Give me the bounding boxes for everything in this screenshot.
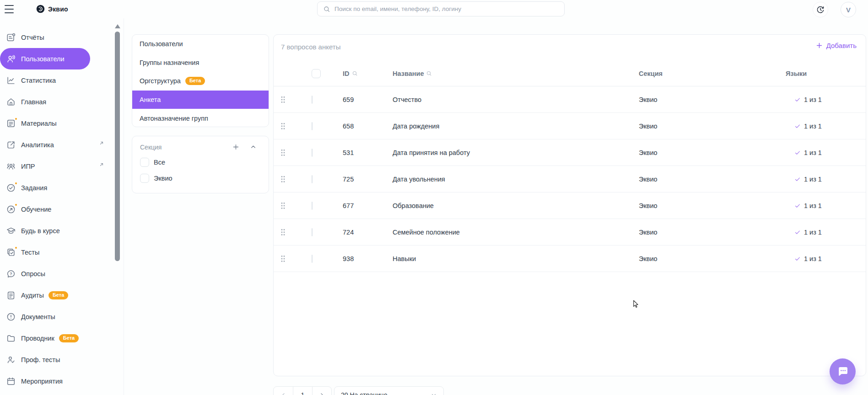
subnav-item[interactable]: Анкета [132,91,269,109]
equio-logo-icon [36,4,45,14]
row-id: 938 [343,255,354,262]
sidebar-item[interactable]: Будь в курсе [0,220,110,241]
table-row[interactable]: 531 Дата принятия на работу Эквио 1 из 1 [274,139,866,166]
table-row[interactable]: 659 Отчество Эквио 1 из 1 [274,86,866,113]
table-row[interactable]: 724 Семейное положение Эквио 1 из 1 [274,219,866,246]
sidebar-scrollbar [115,24,120,261]
table-row[interactable]: 677 Образование Эквио 1 из 1 [274,192,866,219]
sidebar-item-label: Пользователи [21,55,65,63]
column-header-name[interactable]: Название [393,70,432,77]
row-name: Семейное положение [393,229,460,236]
sidebar-item[interactable]: Обучение [0,198,110,220]
row-checkbox[interactable] [312,149,313,157]
row-id: 725 [343,176,354,183]
sidebar-item[interactable]: Проводник Бета [0,327,110,349]
filter-option: Эквио [132,174,269,183]
sidebar-item[interactable]: ? Опросы [0,263,110,284]
users-icon [6,54,16,64]
search-input[interactable] [334,5,559,12]
add-question-button[interactable]: Добавить [815,42,857,49]
filter-option-label: Эквио [154,175,173,182]
sidebar-item[interactable]: Тесты [0,241,110,263]
subnav-item-label: Группы назначения [140,59,199,66]
per-page-select[interactable]: 20 На странице [334,386,444,395]
table-body: 659 Отчество Эквио 1 из 1 658 Дата рожде… [274,86,866,272]
sidebar-item-label: Главная [21,98,46,106]
sidebar-item-label: Опросы [21,270,45,278]
subnav-item-label: Анкета [140,96,161,103]
sidebar-item[interactable]: Пользователи [0,48,90,69]
sidebar-item[interactable]: Материалы [0,112,110,134]
collapse-chevron-up-icon[interactable] [250,144,257,150]
subnav-item[interactable]: Оргструктура Бета [132,72,269,91]
menu-icon[interactable] [5,5,14,13]
table-row[interactable]: 725 Дата увольнения Эквио 1 из 1 [274,166,866,192]
table-row[interactable]: 938 Навыки Эквио 1 из 1 [274,246,866,272]
row-checkbox[interactable] [312,96,313,104]
brand-logo[interactable]: Эквио [36,4,68,14]
sidebar-item-label: ИПР [21,163,35,170]
row-id: 658 [343,123,354,130]
sidebar-item[interactable]: Отчёты [0,27,110,48]
column-search-icon[interactable] [426,70,432,76]
sidebar-item-label: Будь в курсе [21,227,60,235]
section-filter-panel: Секция Все Эквио [132,136,269,193]
row-languages: 1 из 1 [794,176,822,183]
row-checkbox[interactable] [312,255,313,263]
drag-handle-icon[interactable] [281,176,285,182]
search-icon [323,5,330,13]
row-checkbox[interactable] [312,122,313,130]
sidebar-item[interactable]: Мероприятия [0,370,110,392]
sidebar-item-label: Документы [21,313,55,320]
row-name: Дата увольнения [393,176,445,183]
scroll-up-arrow[interactable] [115,24,120,28]
user-avatar[interactable]: V [841,2,856,17]
sidebar-item[interactable]: Статистика [0,69,110,91]
row-name: Навыки [393,255,416,262]
sidebar-item[interactable]: Задания [0,177,110,198]
check-icon [794,149,801,156]
subnav-item[interactable]: Пользователи [132,35,269,53]
row-section: Эквио [639,255,658,262]
row-checkbox[interactable] [312,228,313,236]
sidebar-item[interactable]: Главная [0,91,110,112]
next-page-button[interactable] [312,387,331,395]
sidebar-item[interactable]: Проф. тесты [0,349,110,370]
filter-checkbox[interactable] [140,174,149,183]
filter-checkbox[interactable] [140,158,149,167]
add-section-icon[interactable] [232,143,240,151]
sidebar-item[interactable]: Аудиты Бета [0,284,110,306]
audits-icon [6,290,16,300]
scrollbar-thumb[interactable] [115,32,120,261]
drag-handle-icon[interactable] [281,229,285,235]
beta-badge: Бета [185,77,205,85]
sidebar-item[interactable]: Аналитика [0,134,110,155]
drag-handle-icon[interactable] [281,96,285,103]
column-header-id[interactable]: ID [343,70,358,77]
prev-page-button[interactable] [274,387,293,395]
row-section: Эквио [639,149,658,156]
drag-handle-icon[interactable] [281,149,285,156]
materials-icon [6,118,16,128]
table-row[interactable]: 658 Дата рождения Эквио 1 из 1 [274,113,866,139]
support-chat-button[interactable] [830,358,856,384]
row-checkbox[interactable] [312,175,313,183]
drag-handle-icon[interactable] [281,123,285,129]
subnav-item[interactable]: Автоназначение групп [132,109,269,127]
sidebar-item[interactable]: ИПР [0,155,110,177]
sidebar-item-label: Проф. тесты [21,356,60,363]
row-checkbox[interactable] [312,202,313,210]
row-name: Дата рождения [393,123,439,130]
sidebar-item-label: Аудиты [21,292,44,299]
history-button[interactable] [813,2,828,17]
stats-icon [6,75,16,85]
select-all-checkbox[interactable] [312,69,321,78]
current-page[interactable]: 1 [293,387,312,395]
sidebar-item[interactable]: Документы [0,306,110,327]
column-search-icon[interactable] [352,70,358,76]
subnav-item[interactable]: Группы назначения [132,53,269,72]
row-section: Эквио [639,96,658,103]
drag-handle-icon[interactable] [281,255,285,262]
drag-handle-icon[interactable] [281,202,285,209]
row-section: Эквио [639,202,658,209]
